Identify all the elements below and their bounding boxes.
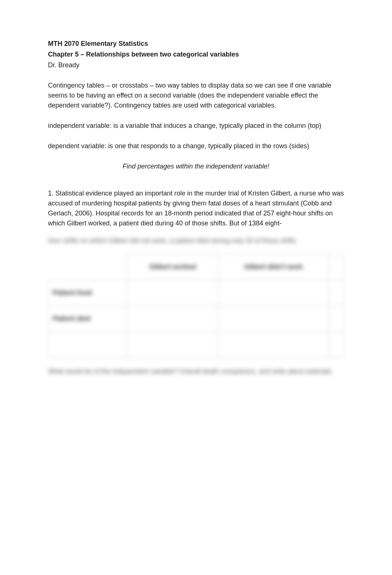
table-cell <box>127 306 219 332</box>
find-percentages-note: Find percentages within the independent … <box>48 161 344 171</box>
table-row-label-total <box>48 332 127 358</box>
contingency-table: Gilbert worked Gilbert didn't work Patie… <box>48 254 344 358</box>
table-row <box>48 332 344 358</box>
table-cell <box>127 332 219 358</box>
chapter-title: Chapter 5 – Relationships between two ca… <box>48 50 344 59</box>
table-col-header-1: Gilbert worked <box>127 254 219 280</box>
table-cell <box>218 280 329 306</box>
table-cell <box>127 280 219 306</box>
table-row: Patient died <box>48 306 344 332</box>
table-cell <box>329 332 344 358</box>
course-title: MTH 2070 Elementary Statistics <box>48 39 344 49</box>
table-row: Patient lived <box>48 280 344 306</box>
table-cell <box>218 332 329 358</box>
table-row-label-1: Patient lived <box>48 280 127 306</box>
table-col-header-2: Gilbert didn't work <box>218 254 329 280</box>
instructor-name: Dr. Bready <box>48 60 344 70</box>
table-cell <box>329 306 344 332</box>
table-corner-cell <box>48 254 127 280</box>
blurred-text-line: hour shifts on which Gilbert did not wor… <box>48 236 344 246</box>
table-cell <box>329 280 344 306</box>
independent-variable-def: independent variable: is a variable that… <box>48 121 344 131</box>
dependent-variable-def: dependent variable: is one that responds… <box>48 141 344 151</box>
below-table-text: What would be of the independent variabl… <box>48 367 344 377</box>
table-row-label-2: Patient died <box>48 306 127 332</box>
table-col-header-total <box>329 254 344 280</box>
problem-1-text: 1. Statistical evidence played an import… <box>48 188 344 228</box>
table-cell <box>218 306 329 332</box>
contingency-definition: Contingency tables – or crosstabs – two … <box>48 81 344 110</box>
obscured-content: hour shifts on which Gilbert did not wor… <box>48 236 344 377</box>
